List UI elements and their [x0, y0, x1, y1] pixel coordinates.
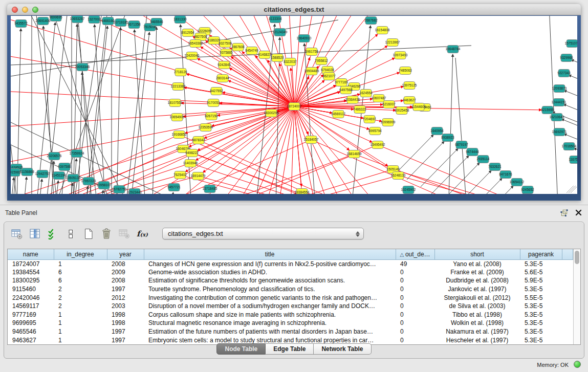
table-row[interactable]: 1872400712008Changes of HCN gene express…: [8, 259, 573, 268]
table-cell[interactable]: Jankovic et al. (1997): [434, 285, 520, 294]
table-row[interactable]: 969969511998Structural magnetic resonanc…: [8, 319, 573, 327]
table-row[interactable]: 1830029562008Estimation of significance …: [8, 276, 573, 285]
table-cell[interactable]: 1: [54, 319, 107, 327]
table-cell[interactable]: Corpus callosum shape and size in male p…: [144, 311, 396, 319]
table-cell[interactable]: 9699695: [8, 319, 54, 327]
canvas-resize-grip[interactable]: [569, 186, 576, 193]
graph-edge[interactable]: [421, 148, 458, 187]
graph-edge[interactable]: [130, 32, 149, 194]
table-cell[interactable]: 2: [54, 285, 107, 294]
table-cell[interactable]: Tibbo et al. (1998): [434, 311, 520, 319]
table-cell[interactable]: 2: [54, 293, 107, 302]
table-row[interactable]: 911546021997Tourette syndrome. Phenomeno…: [8, 285, 573, 294]
column-header-short[interactable]: short: [434, 249, 520, 259]
graph-edge[interactable]: [169, 192, 173, 194]
table-cell[interactable]: 5.3E-5: [520, 302, 562, 311]
graph-edge[interactable]: [75, 16, 98, 194]
new-table-button[interactable]: [82, 228, 95, 240]
table-cell[interactable]: 2012: [107, 293, 144, 302]
graph-edge[interactable]: [181, 25, 191, 194]
table-cell[interactable]: 14569117: [8, 302, 54, 311]
graph-edge[interactable]: [407, 141, 444, 180]
graph-edge[interactable]: [454, 170, 491, 194]
table-cell[interactable]: Stergiakouli et al. (2012): [434, 293, 520, 302]
table-cell[interactable]: 1998: [107, 311, 144, 319]
network-graph[interactable]: 1872400789129541222605598275081654338281…: [11, 16, 577, 194]
table-cell[interactable]: 5.6E-5: [520, 268, 562, 277]
table-cell[interactable]: Genome-wide association studies in ADHD.: [144, 268, 396, 277]
table-cell[interactable]: 1: [54, 259, 107, 268]
table-cell[interactable]: Dudbridge et al. (2008): [434, 276, 520, 285]
tab-edge-table[interactable]: Edge Table: [266, 343, 314, 355]
column-header-title[interactable]: title: [144, 249, 396, 259]
table-cell[interactable]: 18724007: [8, 259, 54, 268]
table-cell[interactable]: 1: [54, 311, 107, 319]
table-row[interactable]: 1938455462009Genome-wide association stu…: [8, 268, 573, 277]
table-row[interactable]: 946554611997Estimation of the future num…: [8, 327, 573, 336]
table-cell[interactable]: Estimation of the future numbers of pati…: [144, 327, 396, 336]
float-panel-icon[interactable]: [560, 209, 568, 216]
table-cell[interactable]: 9115460: [8, 285, 54, 294]
table-cell[interactable]: 0: [396, 285, 434, 294]
graph-edge[interactable]: [569, 75, 577, 85]
table-cell[interactable]: 18300295: [8, 276, 54, 285]
table-cell[interactable]: Wolkin et al. (1998): [434, 319, 520, 327]
table-cell[interactable]: 5.3E-5: [520, 311, 562, 319]
graph-edge[interactable]: [476, 186, 513, 194]
table-cell[interactable]: 2008: [107, 259, 144, 268]
table-cell[interactable]: 22420046: [8, 293, 54, 302]
zoom-window-button[interactable]: [32, 7, 38, 13]
table-cell[interactable]: 0: [396, 327, 434, 336]
table-cell[interactable]: Yano et al. (2008): [434, 259, 520, 268]
table-cell[interactable]: 2003: [107, 302, 144, 311]
graph-edge[interactable]: [11, 20, 338, 76]
deselect-all-button[interactable]: [64, 228, 77, 240]
table-cell[interactable]: 2008: [107, 276, 144, 285]
table-cell[interactable]: 49: [396, 259, 434, 268]
graph-edge[interactable]: [153, 27, 157, 194]
table-cell[interactable]: 1997: [107, 285, 144, 294]
show-columns-button[interactable]: [29, 228, 41, 240]
graph-edge[interactable]: [23, 177, 27, 194]
graph-edge[interactable]: [294, 77, 309, 106]
canvas-resize-grip[interactable]: [567, 186, 574, 193]
table-cell[interactable]: Investigating the contribution of common…: [144, 293, 396, 302]
delete-columns-button[interactable]: [100, 228, 113, 240]
table-cell[interactable]: 0: [396, 311, 434, 319]
table-cell[interactable]: 0: [396, 268, 434, 277]
column-header-in_degree[interactable]: in_degree: [54, 249, 107, 259]
table-cell[interactable]: 5.3E-5: [520, 319, 562, 327]
table-row[interactable]: 977716911998Corpus callosum shape and si…: [8, 311, 573, 319]
table-cell[interactable]: 19384554: [8, 268, 54, 277]
table-cell[interactable]: 0: [396, 293, 434, 302]
column-header-out_de[interactable]: △ out_de…: [396, 249, 434, 259]
table-scrollbar[interactable]: [573, 249, 580, 344]
table-cell[interactable]: Franke et al. (2009): [434, 268, 520, 277]
table-cell[interactable]: 2009: [107, 268, 144, 277]
table-cell[interactable]: 9465546: [8, 327, 54, 336]
memory-status-indicator[interactable]: [574, 361, 581, 368]
table-scrollbar-thumb[interactable]: [575, 251, 579, 264]
table-cell[interactable]: 5.5E-5: [520, 293, 562, 302]
table-cell[interactable]: Tourette syndrome. Phenomenology and cla…: [144, 285, 396, 294]
graph-edge[interactable]: [190, 106, 294, 194]
table-cell[interactable]: 6: [54, 276, 107, 285]
graph-edge[interactable]: [571, 60, 577, 70]
table-row[interactable]: 1456911722003Disruption of a novel membe…: [8, 302, 573, 311]
graph-edge[interactable]: [561, 119, 577, 129]
graph-edge[interactable]: [564, 91, 577, 101]
table-row[interactable]: 2242004622012Investigating the contribut…: [8, 293, 573, 302]
graph-edge[interactable]: [455, 58, 467, 194]
graph-edge[interactable]: [24, 16, 294, 106]
table-cell[interactable]: Changes of HCN gene expression and I(f) …: [144, 259, 396, 268]
table-cell[interactable]: Estimation of significance thresholds fo…: [144, 276, 396, 285]
column-header-name[interactable]: name: [8, 249, 54, 259]
table-mode-button[interactable]: [11, 228, 23, 240]
graph-edge[interactable]: [396, 135, 433, 173]
table-cell[interactable]: 5.3E-5: [520, 327, 562, 336]
minimize-window-button[interactable]: [22, 7, 28, 13]
graph-edge[interactable]: [11, 106, 294, 194]
graph-edge[interactable]: [43, 26, 54, 194]
table-cell[interactable]: 5.3E-5: [520, 259, 562, 268]
column-header-pagerank[interactable]: pagerank: [520, 249, 562, 259]
